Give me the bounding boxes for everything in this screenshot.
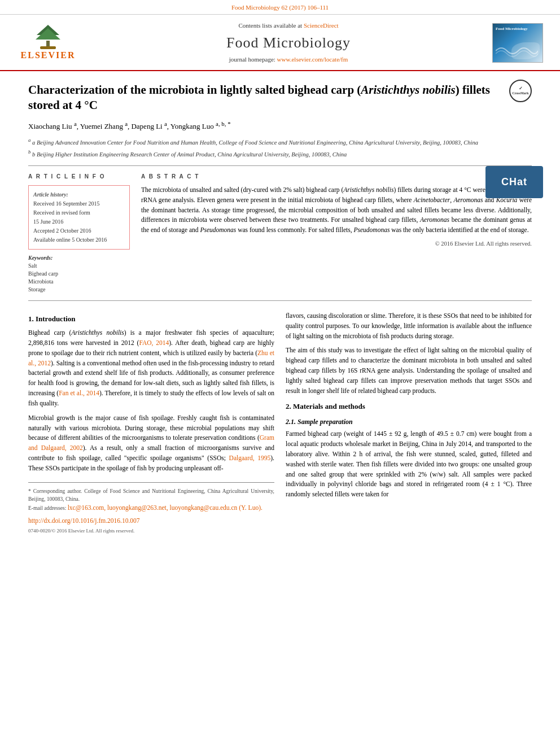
ref-fan-link[interactable]: Fan et al., 2014 [59, 390, 99, 396]
journal-header: ELSEVIER Contents lists available at Sci… [0, 15, 560, 71]
keywords-block: Keywords: Salt Bighead carp Microbiota S… [28, 254, 130, 294]
crossmark-badge: ✓ CrossMark [509, 80, 532, 102]
divider-1 [28, 165, 532, 166]
journal-homepage-link[interactable]: www.elsevier.com/locate/fm [277, 56, 348, 63]
body-right-column: flavors, causing discoloration or slime.… [286, 311, 532, 535]
article-info-column: A R T I C L E I N F O Article history: R… [28, 173, 130, 294]
intro-para-1: Bighead carp (Aristichthys nobilis) is a… [28, 328, 274, 409]
journal-cover-area: Food Microbiology [492, 23, 549, 63]
journal-homepage: journal homepage: www.elsevier.com/locat… [90, 55, 487, 64]
body-columns: 1. Introduction Bighead carp (Aristichth… [28, 311, 532, 535]
sample-prep-para: Farmed bighead carp (weight of 1445 ± 92… [286, 429, 532, 500]
affiliation-b: b b Beijing Higher Institution Engineeri… [28, 148, 532, 159]
ref-dalgaard-link[interactable]: Dalgaard, 1995 [229, 455, 271, 461]
ref-zhu-link[interactable]: Zhu et al., 2012 [28, 350, 274, 366]
science-direct-line: Contents lists available at ScienceDirec… [90, 21, 487, 30]
email-link[interactable]: lxc@163.com, luoyongkang@263.net, luoyon… [68, 504, 262, 511]
article-title: Characterization of the microbiota in li… [28, 82, 532, 113]
cover-title: Food Microbiology [496, 27, 528, 31]
intro-heading: 1. Introduction [28, 313, 274, 325]
email-note: E-mail addresses: lxc@163.com, luoyongka… [28, 503, 274, 513]
info-abstract-section: A R T I C L E I N F O Article history: R… [28, 173, 532, 294]
right-para-2: The aim of this study was to investigate… [286, 346, 532, 396]
body-left-column: 1. Introduction Bighead carp (Aristichth… [28, 311, 274, 535]
doi-link[interactable]: http://dx.doi.org/10.1016/j.fm.2016.10.0… [28, 517, 140, 524]
issn-line: 0740-0020/© 2016 Elsevier Ltd. All right… [28, 527, 274, 535]
ref-gram-link[interactable]: Gram and Dalgaard, 2002 [28, 434, 274, 451]
sample-prep-heading: 2.1. Sample preparation [286, 417, 532, 427]
abstract-text: The microbiota of unsalted and salted (d… [141, 185, 532, 235]
journal-title-header: Food Microbiology [90, 33, 487, 53]
publisher-logo-area: ELSEVIER [11, 24, 85, 62]
journal-header-center: Contents lists available at ScienceDirec… [85, 21, 492, 64]
corresponding-note: * Corresponding author. College of Food … [28, 487, 274, 504]
copyright-line: © 2016 Elsevier Ltd. All rights reserved… [141, 240, 532, 248]
right-para-1: flavors, causing discoloration or slime.… [286, 311, 532, 341]
crossmark-icon: ✓ [519, 86, 523, 91]
footnote-area: * Corresponding author. College of Food … [28, 482, 274, 535]
elsevier-tree-icon [20, 24, 76, 49]
materials-heading: 2. Materials and methods [286, 401, 532, 412]
affiliation-a: a a Beijing Advanced Innovation Center f… [28, 137, 532, 147]
page-wrapper: Food Microbiology 62 (2017) 106–111 ELSE… [0, 0, 560, 747]
abstract-label: A B S T R A C T [141, 173, 532, 181]
journal-citation: Food Microbiology 62 (2017) 106–111 [0, 0, 560, 15]
citation-text: Food Microbiology 62 (2017) 106–111 [231, 4, 329, 11]
article-info-label: A R T I C L E I N F O [28, 173, 130, 181]
authors-line: Xiaochang Liu a, Yuemei Zhang a, Dapeng … [28, 120, 532, 132]
article-content: ✓ CrossMark Characterization of the micr… [0, 71, 560, 547]
doi-line: http://dx.doi.org/10.1016/j.fm.2016.10.0… [28, 516, 274, 526]
divider-2 [28, 300, 532, 301]
article-info-block: Article history: Received 16 September 2… [28, 185, 130, 250]
science-direct-link[interactable]: ScienceDirect [304, 22, 339, 29]
elsevier-text: ELSEVIER [21, 49, 76, 62]
ref-fao-link[interactable]: FAO, 2014 [139, 339, 169, 346]
chat-button[interactable]: CHat [485, 166, 543, 198]
crossmark-wrapper[interactable]: ✓ CrossMark [509, 80, 532, 102]
intro-para-2: Microbial growth is the major cause of f… [28, 413, 274, 474]
abstract-column: A B S T R A C T The microbiota of unsalt… [141, 173, 532, 294]
cover-wave-icon [496, 42, 538, 59]
journal-cover-image: Food Microbiology [492, 23, 543, 63]
